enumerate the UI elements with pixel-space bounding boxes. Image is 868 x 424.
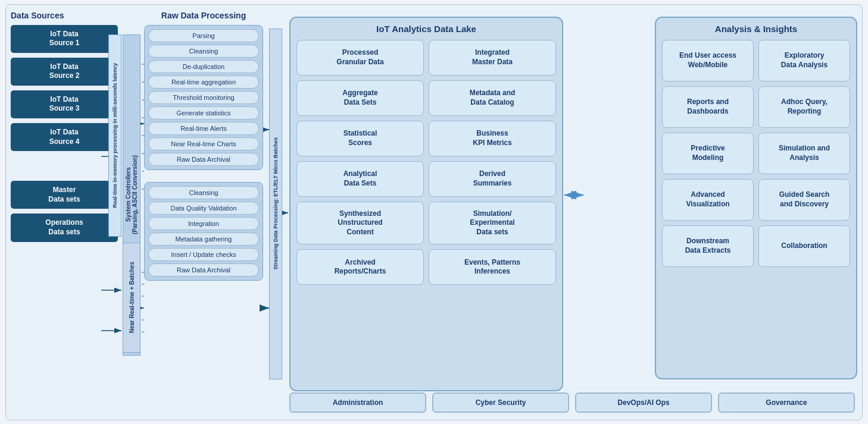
lake-cell-processed-granular: ProcessedGranular Data (296, 40, 424, 76)
analysis-cell-predictive: PredictiveModeling (662, 133, 754, 174)
rdp-item-update-checks: Insert / Update checks (148, 248, 259, 261)
near-realtime-band: Near Real-time + Batches (123, 243, 140, 353)
rdp-item-statistics: Generate statistics (148, 106, 259, 120)
analysis-section: Analysis & Insights End User accessWeb/M… (655, 17, 857, 379)
rdp-item-integration: Integration (148, 217, 259, 230)
rdp-item-threshold: Threshold monitoring (148, 91, 259, 104)
analysis-cell-visualization: AdvancedVisualization (662, 179, 754, 221)
data-lake-section: IoT Analytics Data Lake ProcessedGranula… (289, 17, 563, 391)
lake-cell-derived: DerivedSummaries (429, 161, 556, 197)
analysis-cell-downstream: DownstreamData Extracts (662, 225, 754, 267)
gov-governance: Governance (718, 392, 855, 413)
raw-data-processing-section: Raw Data Processing Parsing Cleansing De… (144, 11, 263, 281)
rdp-item-rt-aggregation: Real-time aggregation (148, 76, 259, 89)
streaming-label: Streaming Data Processing: ETL/ELT Micro… (273, 137, 279, 269)
lake-cell-integrated-master: IntegratedMaster Data (429, 40, 556, 76)
lake-cell-simulation: Simulation/ExperimentalData sets (429, 202, 556, 245)
analysis-cell-exploratory: ExploratoryData Analysis (758, 40, 850, 81)
realtime-label: Real-time in-memory processing in milli-… (112, 63, 118, 208)
iot-source-4: IoT DataSource 4 (11, 123, 118, 151)
analysis-cell-adhoc: Adhoc Query,Reporting (758, 86, 850, 128)
rdp-item-cleansing: Cleansing (148, 45, 259, 58)
analysis-cell-collaboration: Collaboration (758, 225, 850, 267)
lake-cell-statistical: StatisticalScores (296, 121, 424, 156)
gov-devops: DevOps/AI Ops (575, 392, 712, 413)
data-sources-section: Data Sources IoT DataSource 1 IoT DataSo… (11, 11, 118, 247)
iot-source-3: IoT DataSource 3 (11, 90, 118, 118)
operations-data-sets: OperationsData sets (11, 213, 118, 241)
analysis-grid: End User accessWeb/Mobile ExploratoryDat… (662, 40, 850, 267)
lake-grid: ProcessedGranular Data IntegratedMaster … (296, 40, 556, 285)
lake-cell-archived: ArchivedReports/Charts (296, 249, 424, 285)
raw-processing-title: Raw Data Processing (144, 11, 263, 20)
rdp-item-dqv: Data Quality Validation (148, 202, 259, 215)
rdp-item-archival: Raw Data Archival (148, 153, 259, 166)
streaming-band: Streaming Data Processing: ETL/ELT Micro… (269, 29, 282, 379)
data-lake-title: IoT Analytics Data Lake (296, 24, 556, 34)
realtime-band: Real-time in-memory processing in milli-… (108, 34, 121, 237)
lake-cell-metadata: Metadata andData Catalog (429, 80, 556, 116)
rdp-item-rt-alerts: Real-time Alerts (148, 122, 259, 135)
rdp-item-cleansing2: Cleansing (148, 186, 259, 199)
lake-cell-events: Events, PatternsInferences (429, 249, 556, 285)
analysis-cell-reports: Reports andDashboards (662, 86, 754, 128)
rdp-item-nrt-charts: Near Real-time Charts (148, 137, 259, 150)
gov-cyber-security: Cyber Security (432, 392, 569, 413)
analysis-cell-guided-search: Guided Searchand Discovery (758, 179, 850, 221)
governance-bar: Administration Cyber Security DevOps/AI … (289, 392, 855, 413)
master-data-sets: MasterData sets (11, 181, 118, 209)
near-realtime-label: Near Real-time + Batches (129, 262, 135, 333)
lake-cell-analytical: AnalyticalData Sets (296, 161, 424, 197)
rdp-item-dedup: De-duplication (148, 60, 259, 73)
lake-cell-kpi: BusinessKPI Metrics (429, 121, 556, 156)
analysis-title: Analysis & Insights (662, 24, 850, 34)
analysis-cell-simulation: Simulation andAnalysis (758, 133, 850, 174)
system-controllers-label: System Controllers(Parsing, ASCII Conver… (125, 155, 138, 234)
rdp-item-archival2: Raw Data Archival (148, 263, 259, 277)
main-diagram: Data Sources IoT DataSource 1 IoT DataSo… (5, 4, 863, 420)
iot-source-1: IoT DataSource 1 (11, 25, 118, 53)
data-sources-title: Data Sources (11, 11, 118, 20)
rdp-item-metadata: Metadata gathering (148, 233, 259, 246)
rdp-item-parsing: Parsing (148, 29, 259, 42)
rdp-lower-box: Cleansing Data Quality Validation Integr… (144, 182, 263, 281)
analysis-cell-end-user: End User accessWeb/Mobile (662, 40, 754, 81)
iot-source-2: IoT DataSource 2 (11, 58, 118, 86)
lake-cell-aggregate: AggregateData Sets (296, 80, 424, 116)
rdp-upper-box: Parsing Cleansing De-duplication Real-ti… (144, 25, 263, 170)
gov-administration: Administration (289, 392, 426, 413)
lake-cell-synthesized: SynthesizedUnstructuredContent (296, 202, 424, 245)
